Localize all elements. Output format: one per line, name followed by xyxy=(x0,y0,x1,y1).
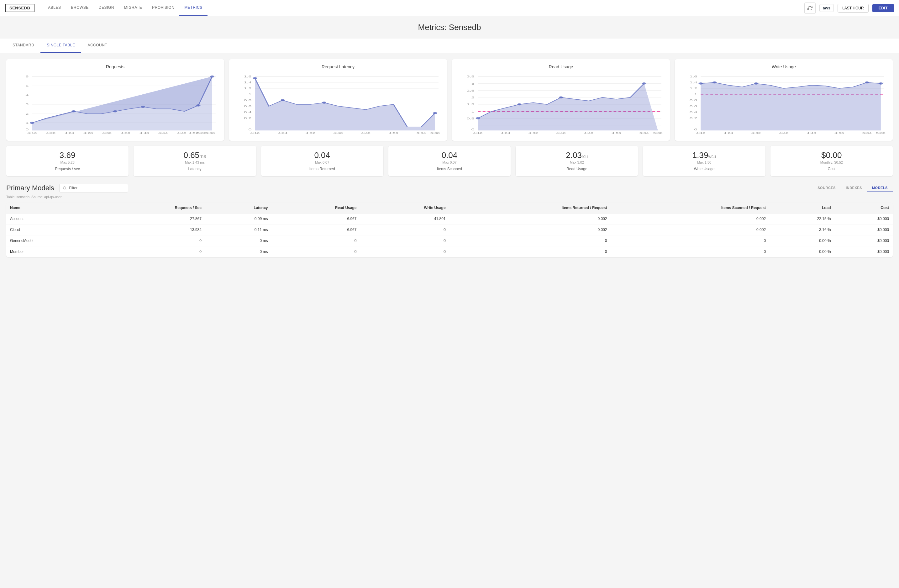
svg-text:3: 3 xyxy=(471,82,474,85)
svg-text:4:32: 4:32 xyxy=(306,132,315,134)
brand-logo[interactable]: SENSEDB xyxy=(5,4,34,12)
cell-write-usage: 0 xyxy=(360,235,449,246)
svg-text:0.8: 0.8 xyxy=(690,99,697,102)
nav-browse[interactable]: BROWSE xyxy=(66,0,94,16)
svg-text:4:24: 4:24 xyxy=(724,132,733,134)
section-tab-models[interactable]: MODELS xyxy=(867,184,893,192)
cell-load: 22.15 % xyxy=(769,213,835,224)
search-icon xyxy=(63,186,67,190)
svg-text:5: 5 xyxy=(25,84,29,88)
svg-point-18 xyxy=(141,106,145,108)
svg-text:4:40: 4:40 xyxy=(779,132,788,134)
cell-name: Account xyxy=(6,213,100,224)
stat-max-cost: Monthly: $0.52 xyxy=(775,161,888,164)
svg-text:1.2: 1.2 xyxy=(244,87,252,90)
cell-load: 0.00 % xyxy=(769,246,835,257)
last-hour-button[interactable]: LAST HOUR xyxy=(837,4,868,12)
svg-text:2: 2 xyxy=(25,112,29,115)
svg-text:0.6: 0.6 xyxy=(244,105,252,108)
col-latency: Latency xyxy=(205,202,272,213)
tab-single-table[interactable]: SINGLE TABLE xyxy=(40,39,81,52)
section-tab-sources[interactable]: SOURCES xyxy=(812,184,841,192)
svg-marker-80 xyxy=(478,83,658,130)
requests-chart-svg: 6 5 4 3 2 1 0 xyxy=(11,73,219,136)
stat-value-requests: 3.69 xyxy=(11,151,124,160)
svg-text:4:56: 4:56 xyxy=(389,132,398,134)
col-cost: Cost xyxy=(835,202,893,213)
svg-point-81 xyxy=(476,117,480,119)
svg-text:1.6: 1.6 xyxy=(690,75,697,78)
svg-text:3.5: 3.5 xyxy=(467,75,474,78)
stat-label-write-usage: Write Usage xyxy=(648,167,760,171)
svg-text:4:56: 4:56 xyxy=(834,132,844,134)
stat-requests-sec: 3.69 Max 5.23 Requests / sec xyxy=(6,146,128,176)
cell-requests-sec: 27.867 xyxy=(100,213,205,224)
svg-text:4:48: 4:48 xyxy=(361,132,371,134)
refresh-button[interactable] xyxy=(804,3,816,14)
cell-cost: $0.000 xyxy=(835,246,893,257)
cell-read-usage: 0 xyxy=(272,235,360,246)
cell-requests-sec: 0 xyxy=(100,235,205,246)
svg-text:4:40: 4:40 xyxy=(333,132,343,134)
stat-value-write-usage: 1.39wcu xyxy=(648,151,760,160)
aws-logo[interactable]: aws xyxy=(819,4,834,12)
section-tab-indexes[interactable]: INDEXES xyxy=(841,184,867,192)
svg-point-53 xyxy=(322,102,326,104)
stat-value-items-scanned: 0.04 xyxy=(393,151,506,160)
latency-chart-title: Request Latency xyxy=(234,64,442,69)
table-row: Cloud 13.934 0.11 ms 6.967 0 0.002 0.002… xyxy=(6,224,893,235)
svg-text:0.6: 0.6 xyxy=(690,105,697,108)
table-row: GenericModel 0 0 ms 0 0 0 0 0.00 % $0.00… xyxy=(6,235,893,246)
tab-account[interactable]: ACCOUNT xyxy=(81,39,113,52)
nav-design[interactable]: DESIGN xyxy=(94,0,119,16)
cell-latency: 0.11 ms xyxy=(205,224,272,235)
nav-provision[interactable]: PROVISION xyxy=(147,0,179,16)
cell-name: Cloud xyxy=(6,224,100,235)
tab-standard[interactable]: STANDARD xyxy=(6,39,40,52)
svg-text:4:32: 4:32 xyxy=(102,132,111,134)
latency-chart-container: 1.6 1.4 1.2 1 0.8 0.6 0.4 0.2 0 4 xyxy=(234,73,442,136)
stat-value-cost: $0.00 xyxy=(775,151,888,160)
stat-label-items-returned: Items Returned xyxy=(266,167,378,171)
svg-text:4:40: 4:40 xyxy=(556,132,565,134)
svg-text:0.4: 0.4 xyxy=(690,111,697,114)
svg-text:4:20: 4:20 xyxy=(46,132,56,134)
svg-text:0.2: 0.2 xyxy=(690,116,697,119)
nav-tables[interactable]: TABLES xyxy=(41,0,66,16)
filter-input[interactable] xyxy=(69,186,124,190)
col-requests-sec: Requests / Sec xyxy=(100,202,205,213)
cell-name: Member xyxy=(6,246,100,257)
edit-button[interactable]: EDIT xyxy=(872,4,894,12)
svg-point-17 xyxy=(113,110,117,113)
col-items-returned: Items Returned / Request xyxy=(450,202,611,213)
svg-text:1: 1 xyxy=(25,121,29,124)
svg-text:4:36: 4:36 xyxy=(121,132,130,134)
write-usage-chart-svg: 1.6 1.4 1.2 1 0.8 0.6 0.4 0.2 0 xyxy=(680,73,888,136)
svg-text:1.2: 1.2 xyxy=(690,87,697,90)
svg-text:4:48: 4:48 xyxy=(807,132,816,134)
primary-models-table: Name Requests / Sec Latency Read Usage W… xyxy=(6,202,893,257)
svg-point-114 xyxy=(754,82,758,85)
stat-max-latency: Max 1.43 ms xyxy=(139,161,251,164)
cell-cost: $0.000 xyxy=(835,213,893,224)
svg-text:5:04: 5:04 xyxy=(639,132,649,134)
nav-migrate[interactable]: MIGRATE xyxy=(119,0,147,16)
latency-chart-card: Request Latency 1.6 1.4 1.2 1 0.8 0. xyxy=(229,59,447,141)
top-navigation: SENSEDB TABLES BROWSE DESIGN MIGRATE PRO… xyxy=(0,0,899,16)
svg-point-52 xyxy=(281,99,285,101)
nav-metrics[interactable]: METRICS xyxy=(179,0,207,16)
cell-write-usage: 0 xyxy=(360,224,449,235)
cell-read-usage: 6.967 xyxy=(272,213,360,224)
svg-text:4:24: 4:24 xyxy=(65,132,74,134)
svg-text:0: 0 xyxy=(248,128,252,131)
svg-text:4:24: 4:24 xyxy=(501,132,510,134)
svg-text:4:16: 4:16 xyxy=(250,132,260,134)
nav-right: aws LAST HOUR EDIT xyxy=(804,3,894,14)
filter-input-wrap[interactable] xyxy=(59,184,128,193)
svg-point-16 xyxy=(71,110,76,113)
write-usage-chart-title: Write Usage xyxy=(680,64,888,69)
svg-text:4:56: 4:56 xyxy=(612,132,621,134)
svg-text:0: 0 xyxy=(471,128,474,131)
stat-label-items-scanned: Items Scanned xyxy=(393,167,506,171)
svg-text:4:16: 4:16 xyxy=(473,132,482,134)
